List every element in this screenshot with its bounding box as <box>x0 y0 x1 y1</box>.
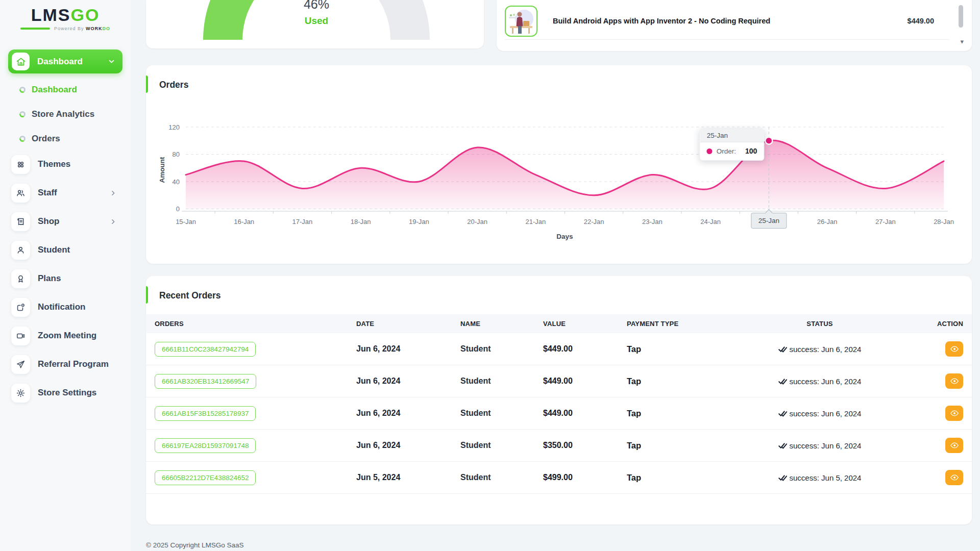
course-list-item[interactable]: Build Android Apps with App Inventor 2 -… <box>505 5 949 37</box>
sidebar-item-label: Store Analytics <box>32 109 94 119</box>
copyright-text: © 2025 Copyright LMSGo SaaS <box>146 541 972 551</box>
home-icon <box>12 53 30 70</box>
chevron-right-icon <box>110 218 116 225</box>
sidebar-item-orders[interactable]: Orders <box>0 127 131 151</box>
sidebar-item-themes[interactable]: Themes <box>0 150 131 179</box>
order-date: Jun 6, 2024 <box>356 344 460 354</box>
sidebar-item-label: Staff <box>38 188 110 198</box>
order-id-link[interactable]: 6661AB15F3B15285178937 <box>155 406 256 421</box>
usage-label: Used <box>287 15 346 27</box>
view-order-button[interactable] <box>945 438 963 453</box>
section-accent-bar <box>146 286 148 304</box>
order-payment-type: Tap <box>627 344 758 354</box>
table-row: 6661AB320EB13412669547 Jun 6, 2024 Stude… <box>146 365 972 397</box>
view-order-button[interactable] <box>945 341 963 357</box>
axis-pointer-text: 25-Jan <box>758 217 779 224</box>
svg-text:20-Jan: 20-Jan <box>467 218 487 226</box>
chevron-right-icon <box>110 190 116 196</box>
double-check-icon <box>778 409 787 418</box>
view-order-button[interactable] <box>945 373 963 389</box>
order-name: Student <box>460 441 543 450</box>
view-order-button[interactable] <box>945 470 963 485</box>
double-check-icon <box>778 473 787 482</box>
logo-tagline: Powered By WORKDO <box>54 26 110 31</box>
sidebar-item-label: Themes <box>38 159 131 169</box>
order-name: Student <box>460 377 543 386</box>
logo-text: LMSGO <box>0 5 131 25</box>
sidebar-item-shop[interactable]: Shop <box>0 207 131 236</box>
scrollbar-thumb[interactable] <box>959 5 963 28</box>
orders-area-chart[interactable]: 0408012015-Jan16-Jan17-Jan18-Jan19-Jan20… <box>146 65 972 264</box>
order-value: $499.00 <box>543 473 627 482</box>
eye-icon <box>950 377 959 386</box>
eye-icon <box>950 473 959 482</box>
order-id-link[interactable]: 6661B11C0C238427942794 <box>155 342 256 357</box>
order-status: success: Jun 6, 2024 <box>758 377 881 386</box>
view-order-button[interactable] <box>945 406 963 421</box>
order-date: Jun 6, 2024 <box>356 377 460 386</box>
notification-icon <box>11 298 30 317</box>
sidebar-item-plans[interactable]: Plans <box>0 264 131 293</box>
shop-icon <box>11 212 30 231</box>
scroll-down-arrow-icon[interactable]: ▾ <box>960 38 964 45</box>
svg-text:16-Jan: 16-Jan <box>234 218 254 226</box>
svg-text:26-Jan: 26-Jan <box>817 218 838 226</box>
paper-plane-icon <box>11 355 30 374</box>
orders-chart-card: Orders 0408012015-Jan16-Jan17-Jan18-Jan1… <box>146 65 972 264</box>
svg-text:23-Jan: 23-Jan <box>642 218 663 226</box>
course-thumbnail <box>505 6 537 37</box>
storage-usage-card: 46% Used <box>146 0 484 48</box>
order-status: success: Jun 5, 2024 <box>758 473 881 482</box>
order-status: success: Jun 6, 2024 <box>758 441 881 450</box>
table-row: 6661AB15F3B15285178937 Jun 6, 2024 Stude… <box>146 397 972 430</box>
sidebar-item-notification[interactable]: Notification <box>0 293 131 321</box>
col-header-date: DATE <box>356 320 460 328</box>
sidebar-item-label: Notification <box>38 302 131 312</box>
svg-text:19-Jan: 19-Jan <box>409 218 429 226</box>
order-payment-type: Tap <box>627 377 758 386</box>
recent-orders-card: Recent Orders ORDERS DATE NAME VALUE PAY… <box>146 276 972 524</box>
sidebar-item-label: Plans <box>38 273 131 284</box>
axis-pointer-label: 25-Jan <box>751 213 787 229</box>
gear-icon <box>11 384 30 403</box>
svg-text:18-Jan: 18-Jan <box>351 218 371 226</box>
table-header-row: ORDERS DATE NAME VALUE PAYMENT TYPE STAT… <box>146 314 972 333</box>
eye-icon <box>950 409 959 418</box>
usage-percent: 46% <box>287 0 346 12</box>
sidebar-item-store-settings[interactable]: Store Settings <box>0 379 131 407</box>
sidebar-item-label: Referral Program <box>38 359 131 369</box>
sidebar-item-zoom-meeting[interactable]: Zoom Meeting <box>0 321 131 350</box>
video-camera-icon <box>11 327 30 345</box>
order-payment-type: Tap <box>627 441 758 450</box>
order-id-link[interactable]: 66605B2212D7E438824652 <box>155 470 256 485</box>
sidebar-item-label: Zoom Meeting <box>38 331 131 341</box>
sidebar-item-dashboard[interactable]: Dashboard <box>0 78 131 102</box>
order-name: Student <box>460 409 543 418</box>
sidebar-item-store-analytics[interactable]: Store Analytics <box>0 102 131 127</box>
divider <box>505 39 949 40</box>
col-header-status: STATUS <box>758 320 881 328</box>
svg-text:80: 80 <box>173 151 180 158</box>
series-dot-icon <box>707 148 713 154</box>
sidebar-group-dashboard[interactable]: Dashboard <box>8 49 122 73</box>
order-payment-type: Tap <box>627 409 758 418</box>
order-value: $449.00 <box>543 409 627 418</box>
table-row: 6661B11C0C238427942794 Jun 6, 2024 Stude… <box>146 333 972 365</box>
table-row: 666197EA28D15937091748 Jun 6, 2024 Stude… <box>146 430 972 462</box>
order-status: success: Jun 6, 2024 <box>758 409 881 418</box>
sidebar-item-referral-program[interactable]: Referral Program <box>0 350 131 379</box>
order-id-link[interactable]: 666197EA28D15937091748 <box>155 438 256 453</box>
col-header-name: NAME <box>460 320 543 328</box>
col-header-orders: ORDERS <box>155 320 356 328</box>
sidebar-item-label: Shop <box>38 216 110 227</box>
svg-text:0: 0 <box>176 205 180 213</box>
sidebar-item-student[interactable]: Student <box>0 236 131 264</box>
sidebar-group-label: Dashboard <box>37 57 108 67</box>
col-header-payment-type: PAYMENT TYPE <box>627 320 758 328</box>
tooltip-date: 25-Jan <box>700 129 764 142</box>
order-payment-type: Tap <box>627 473 758 483</box>
chart-tooltip: 25-Jan Order: 100 <box>700 129 765 161</box>
bullet-ring-icon <box>19 87 26 93</box>
sidebar-item-staff[interactable]: Staff <box>0 179 131 207</box>
order-id-link[interactable]: 6661AB320EB13412669547 <box>155 374 256 389</box>
